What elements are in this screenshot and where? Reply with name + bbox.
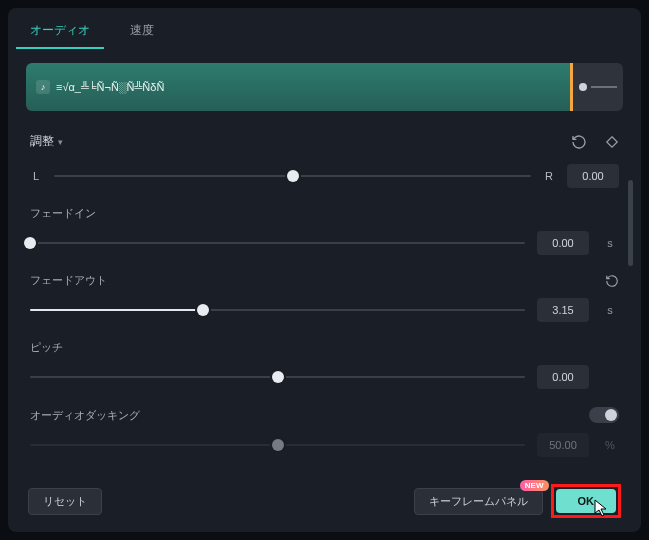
pitch-row: ピッチ 0.00	[30, 340, 619, 389]
balance-row: L R 0.00	[30, 164, 619, 188]
fade-out-row: フェードアウト 3.15 s	[30, 273, 619, 322]
balance-value[interactable]: 0.00	[567, 164, 619, 188]
pitch-knob[interactable]	[272, 371, 284, 383]
keyframe-diamond-icon[interactable]	[605, 135, 619, 149]
tab-audio[interactable]: オーディオ	[16, 14, 104, 49]
clip-keyframe-dot	[579, 83, 587, 91]
ducking-toggle[interactable]	[589, 407, 619, 423]
reset-button[interactable]: リセット	[28, 488, 102, 515]
section-header: 調整 ▾	[8, 123, 641, 160]
new-badge: NEW	[520, 480, 549, 491]
clip-tail[interactable]	[573, 63, 623, 111]
fade-out-slider[interactable]	[30, 309, 525, 311]
audio-panel: オーディオ 速度 ♪ ≡√α_╩╘Ñ¬Ñ░Ñ╩ÑδÑ 調整 ▾	[8, 8, 641, 532]
section-actions	[571, 134, 619, 150]
fade-out-reset-icon[interactable]	[605, 274, 619, 288]
fade-in-unit: s	[601, 237, 619, 249]
ducking-value[interactable]: 50.00	[537, 433, 589, 457]
tab-bar: オーディオ 速度	[8, 8, 641, 49]
balance-slider[interactable]	[54, 175, 531, 177]
pitch-value[interactable]: 0.00	[537, 365, 589, 389]
ducking-label: オーディオダッキング	[30, 408, 140, 423]
fade-in-slider[interactable]	[30, 242, 525, 244]
clip-title: ≡√α_╩╘Ñ¬Ñ░Ñ╩ÑδÑ	[56, 81, 164, 93]
ducking-row: オーディオダッキング 50.00 %	[30, 407, 619, 457]
keyframe-panel-button[interactable]: キーフレームパネル	[414, 488, 543, 515]
keyframe-panel-wrap: キーフレームパネル NEW	[414, 488, 543, 515]
pitch-label: ピッチ	[30, 340, 63, 355]
ducking-slider[interactable]	[30, 444, 525, 446]
controls-area: L R 0.00 フェードイン 0.00 s	[8, 160, 641, 474]
pitch-slider[interactable]	[30, 376, 525, 378]
clip-preview[interactable]: ♪ ≡√α_╩╘Ñ¬Ñ░Ñ╩ÑδÑ	[26, 61, 623, 113]
footer: リセット キーフレームパネル NEW OK	[8, 474, 641, 532]
section-title-label: 調整	[30, 133, 54, 150]
clip-body[interactable]: ♪ ≡√α_╩╘Ñ¬Ñ░Ñ╩ÑδÑ	[26, 63, 573, 111]
section-title-adjust[interactable]: 調整 ▾	[30, 133, 63, 150]
ducking-unit: %	[601, 439, 619, 451]
fade-in-value[interactable]: 0.00	[537, 231, 589, 255]
scrollbar[interactable]	[628, 180, 633, 468]
tab-speed[interactable]: 速度	[116, 14, 168, 49]
fade-out-label: フェードアウト	[30, 273, 107, 288]
fade-in-label: フェードイン	[30, 206, 96, 221]
music-icon: ♪	[36, 80, 50, 94]
balance-knob[interactable]	[287, 170, 299, 182]
ducking-knob[interactable]	[272, 439, 284, 451]
balance-right-label: R	[543, 170, 555, 182]
ok-button[interactable]: OK	[556, 489, 617, 513]
scrollbar-thumb[interactable]	[628, 180, 633, 266]
ok-highlight-box: OK	[551, 484, 622, 518]
clip-tail-line	[591, 86, 617, 88]
balance-left-label: L	[30, 170, 42, 182]
reset-icon[interactable]	[571, 134, 587, 150]
fade-out-knob[interactable]	[197, 304, 209, 316]
fade-in-knob[interactable]	[24, 237, 36, 249]
fade-in-row: フェードイン 0.00 s	[30, 206, 619, 255]
chevron-down-icon: ▾	[58, 137, 63, 147]
fade-out-unit: s	[601, 304, 619, 316]
fade-out-value[interactable]: 3.15	[537, 298, 589, 322]
